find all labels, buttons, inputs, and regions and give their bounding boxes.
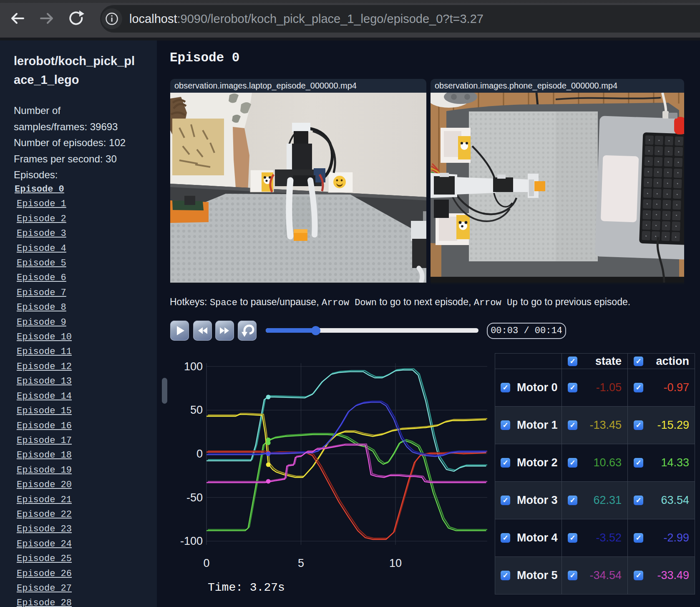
svg-text:-100: -100	[180, 535, 203, 547]
svg-text:5: 5	[298, 557, 304, 569]
svg-text:50: 50	[190, 404, 203, 416]
svg-text:Time: 3.27s: Time: 3.27s	[208, 581, 285, 594]
svg-text:0: 0	[196, 448, 203, 460]
svg-text:100: 100	[184, 360, 203, 373]
svg-text:0: 0	[203, 557, 209, 569]
svg-text:-50: -50	[186, 491, 203, 504]
svg-text:10: 10	[389, 557, 402, 569]
